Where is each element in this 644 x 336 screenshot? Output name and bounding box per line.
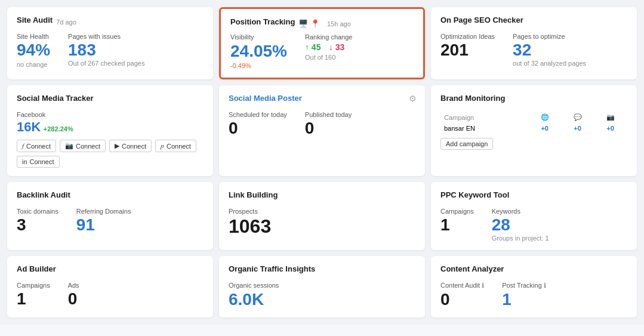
brand-monitoring-title: Brand Monitoring — [440, 94, 505, 103]
pages-optimize-label: Pages to optimize — [513, 33, 586, 40]
ab-ads-value: 0 — [68, 290, 79, 309]
content-audit-info-icon[interactable]: ℹ — [482, 282, 484, 289]
ranking-change-label: Ranking change — [305, 33, 353, 41]
prospects-value: 1063 — [229, 216, 415, 237]
visibility-value: 24.05% — [230, 42, 287, 61]
rank-total: Out of 160 — [305, 54, 353, 61]
ab-campaigns-label: Campaigns — [17, 282, 50, 289]
site-audit-title: Site Audit — [17, 16, 53, 24]
published-value: 0 — [305, 119, 352, 138]
opt-ideas-value: 201 — [440, 41, 495, 60]
social-media-poster-card: ⚙ Social Media Poster Scheduled for toda… — [219, 85, 425, 176]
site-health-label: Site Health — [17, 33, 50, 40]
site-health-no-change: no change — [17, 61, 50, 68]
scheduled-label: Scheduled for today — [229, 111, 287, 118]
facebook-connect-btn[interactable]: 𝑓 Connect — [17, 140, 56, 152]
pinterest-connect-btn[interactable]: 𝑝 Connect — [155, 140, 196, 152]
toxic-label: Toxic domains — [17, 208, 58, 215]
ca-post-tracking-value: 1 — [502, 291, 546, 309]
ca-content-audit-label: Content Audit ℹ — [440, 282, 484, 289]
pages-issues-label: Pages with issues — [68, 33, 144, 40]
ca-post-tracking-label: Post Tracking ℹ — [502, 282, 546, 289]
smt-facebook-change: +282.24% — [44, 125, 73, 132]
oti-title: Organic Traffic Insights — [229, 264, 315, 273]
bm-col1: +0 — [529, 124, 560, 133]
bm-campaign-header: Campaign — [442, 112, 528, 122]
facebook-icon: 𝑓 — [22, 142, 24, 150]
site-audit-time: 7d ago — [56, 19, 76, 26]
smp-title: Social Media Poster — [229, 94, 302, 103]
social-media-tracker-card: Social Media Tracker Facebook 16K +282.2… — [7, 85, 213, 176]
ab-campaigns-value: 1 — [17, 290, 50, 309]
ppc-keywords-label: Keywords — [492, 208, 549, 215]
ppc-campaigns-value: 1 — [440, 216, 474, 235]
bm-campaign-name: bansar EN — [442, 124, 528, 133]
backlink-audit-card: Backlink Audit Toxic domains 3 Referring… — [7, 182, 213, 250]
youtube-icon: ▶ — [115, 142, 119, 150]
link-building-card: Link Building Prospects 1063 — [219, 182, 425, 250]
ppc-campaigns-label: Campaigns — [440, 208, 474, 215]
brand-monitoring-card: Brand Monitoring Campaign 🌐 💬 📷 bansar E… — [431, 85, 637, 176]
smt-connect-buttons: 𝑓 Connect 📷 Connect ▶ Connect 𝑝 Connect … — [17, 140, 204, 168]
ad-builder-card: Ad Builder Campaigns 1 Ads 0 — [7, 256, 213, 317]
site-audit-card: Site Audit 7d ago Site Health 94% no cha… — [7, 7, 213, 79]
gear-icon[interactable]: ⚙ — [409, 94, 417, 103]
oti-sessions-label: Organic sessions — [229, 282, 415, 289]
add-campaign-button[interactable]: Add campaign — [440, 138, 493, 150]
ad-builder-title: Ad Builder — [17, 264, 56, 273]
pages-optimize-note: out of 32 analyzed pages — [513, 60, 586, 67]
bm-row: bansar EN +0 +0 +0 — [442, 124, 626, 133]
opt-ideas-label: Optimization Ideas — [440, 33, 495, 40]
brand-monitoring-table: Campaign 🌐 💬 📷 bansar EN +0 +0 +0 — [440, 111, 627, 134]
ppc-keywords-note: Groups in project: 1 — [492, 235, 549, 242]
on-page-seo-title: On Page SEO Checker — [440, 16, 523, 24]
dashboard: Site Audit 7d ago Site Health 94% no cha… — [0, 0, 644, 325]
visibility-change: -0.49% — [230, 62, 287, 69]
pages-optimize-value: 32 — [513, 41, 586, 60]
rank-down: ↓ 33 — [329, 42, 344, 52]
bm-col3: +0 — [594, 124, 626, 133]
ca-title: Content Analyzer — [440, 264, 504, 273]
instagram-connect-btn[interactable]: 📷 Connect — [60, 140, 106, 152]
published-label: Published today — [305, 111, 352, 118]
ppc-title: PPC Keyword Tool — [440, 190, 509, 199]
ppc-keyword-card: PPC Keyword Tool Campaigns 1 Keywords 28… — [431, 182, 637, 250]
ppc-keywords-value: 28 — [492, 216, 549, 235]
smt-title: Social Media Tracker — [17, 94, 94, 103]
on-page-seo-card: On Page SEO Checker Optimization Ideas 2… — [431, 7, 637, 79]
visibility-label: Visibility — [230, 33, 287, 41]
backlink-audit-title: Backlink Audit — [17, 190, 70, 199]
instagram-icon: 📷 — [65, 142, 73, 150]
site-health-value: 94% — [17, 41, 50, 60]
youtube-connect-btn[interactable]: ▶ Connect — [109, 140, 152, 152]
linkedin-connect-btn[interactable]: in Connect — [17, 156, 60, 168]
pt-icons: 🖥️ 📍 — [298, 19, 320, 28]
position-tracking-time: 15h ago — [327, 20, 351, 27]
pages-issues-value: 183 — [68, 41, 144, 60]
link-building-title: Link Building — [229, 190, 278, 199]
content-analyzer-card: Content Analyzer Content Audit ℹ 0 Post … — [431, 256, 637, 317]
referring-label: Referring Domains — [76, 208, 131, 215]
pages-issues-note: Out of 267 checked pages — [68, 60, 144, 67]
position-tracking-title: Position Tracking — [230, 17, 295, 26]
bm-globe-icon: 🌐 — [529, 112, 560, 122]
pinterest-icon: 𝑝 — [161, 142, 164, 150]
oti-sessions-value: 6.0K — [229, 290, 415, 309]
position-tracking-card: Position Tracking 🖥️ 📍 15h ago Visibilit… — [219, 7, 425, 79]
referring-value: 91 — [76, 216, 131, 235]
bm-col2: +0 — [562, 124, 593, 133]
toxic-value: 3 — [17, 216, 58, 235]
organic-traffic-card: Organic Traffic Insights Organic session… — [219, 256, 425, 317]
smt-facebook-label: Facebook — [17, 111, 204, 118]
smt-facebook-value: 16K — [17, 119, 41, 134]
linkedin-icon: in — [22, 158, 27, 165]
bm-comment-icon: 💬 — [562, 112, 593, 122]
prospects-label: Prospects — [229, 208, 415, 215]
post-tracking-info-icon[interactable]: ℹ — [544, 282, 546, 289]
scheduled-value: 0 — [229, 119, 287, 138]
rank-up: ↑ 45 — [305, 42, 321, 52]
ca-content-audit-value: 0 — [440, 291, 484, 309]
bm-instagram-icon: 📷 — [594, 112, 626, 122]
ab-ads-label: Ads — [68, 282, 79, 289]
